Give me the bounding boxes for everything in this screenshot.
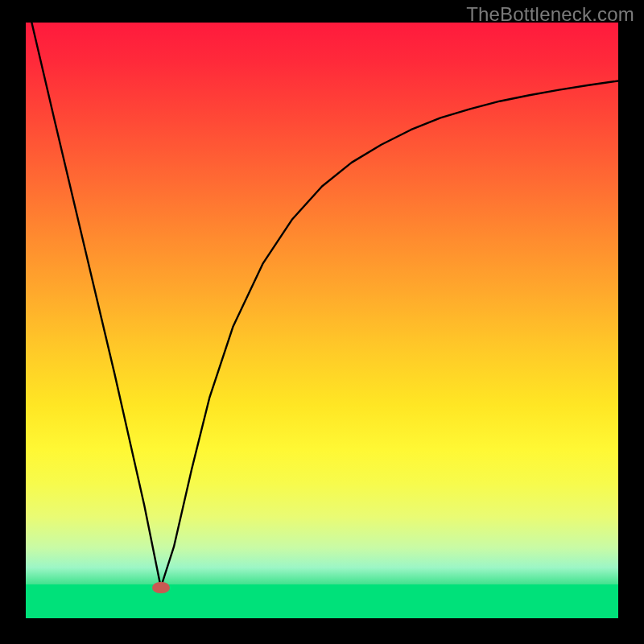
- plot-area: [26, 23, 618, 618]
- curve-path: [31, 23, 618, 588]
- optimal-point-marker: [152, 582, 170, 593]
- bottleneck-curve: [26, 23, 618, 618]
- chart-frame: [26, 23, 618, 618]
